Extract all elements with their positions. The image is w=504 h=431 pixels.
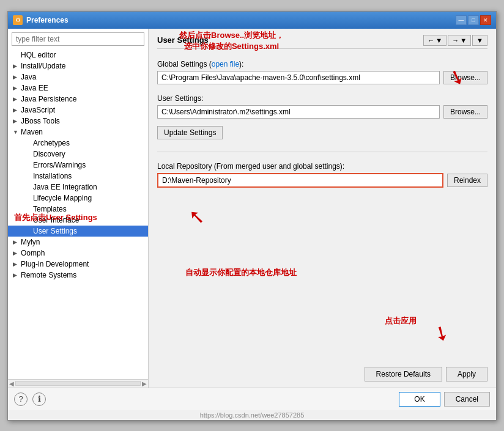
sidebar-item-label: User Settings: [33, 227, 77, 235]
maximize-button[interactable]: □: [468, 15, 479, 25]
sidebar-item-label: Discovery: [33, 150, 65, 158]
filter-input[interactable]: [12, 32, 144, 46]
sidebar: HQL editor ▶ Install/Update ▶ Java ▶ Jav…: [8, 29, 149, 388]
sidebar-tree: HQL editor ▶ Install/Update ▶ Java ▶ Jav…: [8, 50, 148, 379]
sidebar-item-label: Oomph: [21, 249, 45, 257]
sidebar-item-oomph[interactable]: ▶ Oomph: [8, 248, 148, 259]
sidebar-item-remote-systems[interactable]: ▶ Remote Systems: [8, 270, 148, 281]
sidebar-item-label: Maven: [21, 128, 43, 136]
info-button[interactable]: ℹ: [32, 392, 46, 406]
sidebar-item-plugin-development[interactable]: ▶ Plug-in Development: [8, 259, 148, 270]
action-buttons: Restore Defaults Apply: [157, 367, 487, 381]
sidebar-item-label: Java EE: [21, 84, 48, 92]
ok-button[interactable]: OK: [399, 392, 440, 407]
sidebar-item-mylyn[interactable]: ▶ Mylyn: [8, 237, 148, 248]
content-area: 然后点击Browse..浏览地址， 选中你修改的Settings.xml ➘ 首…: [8, 29, 496, 388]
sidebar-item-discovery[interactable]: Discovery: [8, 149, 148, 160]
sidebar-item-label: JBoss Tools: [21, 117, 60, 125]
sidebar-item-label: User Interface: [33, 216, 79, 224]
arrow-icon: ▶: [13, 63, 19, 69]
title-buttons: — □ ✕: [456, 15, 491, 25]
arrow-icon: ▶: [13, 261, 19, 267]
sidebar-item-label: Remote Systems: [21, 271, 76, 279]
title-bar: ⚙ Preferences — □ ✕: [8, 12, 496, 29]
user-settings-row: Browse...: [157, 105, 487, 119]
ok-cancel-buttons: OK Cancel: [399, 392, 490, 407]
sidebar-item-hql-editor[interactable]: HQL editor: [8, 50, 148, 61]
sidebar-item-label: Lifecycle Mapping: [33, 194, 92, 202]
bottom-left-icons: ? ℹ: [14, 392, 46, 406]
separator: [157, 152, 487, 152]
sidebar-item-user-settings[interactable]: User Settings: [8, 226, 148, 237]
open-file-link[interactable]: open file: [212, 60, 239, 68]
window-title: Preferences: [26, 16, 69, 24]
sidebar-item-label: Java: [21, 73, 36, 81]
arrow-icon: ▶: [13, 250, 19, 256]
global-settings-label: Global Settings (open file):: [157, 60, 487, 68]
sidebar-item-install-update[interactable]: ▶ Install/Update: [8, 61, 148, 72]
sidebar-item-java-ee-integration[interactable]: Java EE Integration: [8, 182, 148, 193]
dropdown-icon: ▼: [476, 37, 483, 44]
window-icon: ⚙: [13, 15, 23, 25]
main-panel: User Settings ← ▼ → ▼ ▼ Gl: [149, 29, 496, 388]
sidebar-item-label: JavaScript: [21, 106, 55, 114]
sidebar-item-java-ee[interactable]: ▶ Java EE: [8, 83, 148, 94]
sidebar-item-lifecycle-mapping[interactable]: Lifecycle Mapping: [8, 193, 148, 204]
sidebar-item-maven[interactable]: ▼ Maven: [8, 127, 148, 138]
dropdown-icon: ▼: [460, 37, 467, 44]
arrow-icon: ▶: [13, 85, 19, 91]
sidebar-item-archetypes[interactable]: Archetypes: [8, 138, 148, 149]
arrow-icon: ▶: [13, 107, 19, 113]
sidebar-item-javascript[interactable]: ▶ JavaScript: [8, 105, 148, 116]
title-bar-left: ⚙ Preferences: [13, 15, 69, 25]
arrow-icon: ▶: [13, 74, 19, 80]
reindex-button[interactable]: Reindex: [447, 174, 487, 187]
sidebar-item-label: Java Persistence: [21, 95, 76, 103]
user-settings-input[interactable]: [157, 105, 440, 119]
sidebar-item-jboss-tools[interactable]: ▶ JBoss Tools: [8, 116, 148, 127]
apply-button[interactable]: Apply: [446, 367, 487, 381]
sidebar-item-label: Archetypes: [33, 139, 70, 147]
sidebar-item-java[interactable]: ▶ Java: [8, 72, 148, 83]
restore-defaults-button[interactable]: Restore Defaults: [365, 367, 442, 381]
browse-user-button[interactable]: Browse...: [443, 105, 487, 119]
sidebar-item-label: Install/Update: [21, 62, 65, 70]
browse-global-button[interactable]: Browse...: [443, 71, 487, 84]
help-button[interactable]: ?: [14, 392, 28, 406]
sidebar-item-templates[interactable]: Templates: [8, 204, 148, 215]
arrow-icon: ▼: [13, 129, 19, 135]
update-settings-row: Update Settings: [157, 123, 487, 147]
nav-menu-button[interactable]: ▼: [472, 35, 487, 46]
local-repo-label: Local Repository (From merged user and g…: [157, 162, 487, 171]
nav-forward-button[interactable]: → ▼: [448, 35, 471, 46]
nav-back-button[interactable]: ← ▼: [423, 35, 447, 46]
sidebar-item-label: Java EE Integration: [33, 183, 97, 191]
sidebar-item-label: HQL editor: [21, 51, 56, 59]
arrow-icon: ▶: [13, 118, 19, 124]
global-settings-row: Browse...: [157, 71, 487, 84]
local-repo-row: Reindex: [157, 173, 487, 188]
user-settings-label: User Settings:: [157, 94, 487, 103]
update-settings-button[interactable]: Update Settings: [157, 126, 223, 139]
sidebar-item-label: Installations: [33, 172, 72, 180]
arrow-icon: ▶: [13, 272, 19, 278]
close-button[interactable]: ✕: [480, 15, 491, 25]
sidebar-item-label: Errors/Warnings: [33, 161, 86, 169]
sidebar-scroll: HQL editor ▶ Install/Update ▶ Java ▶ Jav…: [8, 50, 148, 379]
sidebar-item-java-persistence[interactable]: ▶ Java Persistence: [8, 94, 148, 105]
minimize-button[interactable]: —: [456, 15, 467, 25]
sidebar-item-errors-warnings[interactable]: Errors/Warnings: [8, 160, 148, 171]
bottom-bar: ? ℹ OK Cancel: [8, 388, 496, 410]
panel-title: User Settings: [157, 35, 209, 45]
sidebar-item-installations[interactable]: Installations: [8, 171, 148, 182]
spacer: [157, 193, 487, 355]
arrow-icon: ▶: [13, 239, 19, 245]
preferences-window: ⚙ Preferences — □ ✕ 然后点击Browse..浏览地址， 选中…: [7, 11, 497, 421]
sidebar-item-user-interface[interactable]: User Interface: [8, 215, 148, 226]
global-settings-input[interactable]: [157, 71, 440, 84]
cancel-button[interactable]: Cancel: [444, 392, 490, 407]
sidebar-scroll-controls: ◀ ▶: [8, 379, 148, 388]
sidebar-item-label: Templates: [33, 205, 67, 213]
local-repo-input[interactable]: [157, 173, 443, 188]
sidebar-item-label: Plug-in Development: [21, 260, 89, 268]
